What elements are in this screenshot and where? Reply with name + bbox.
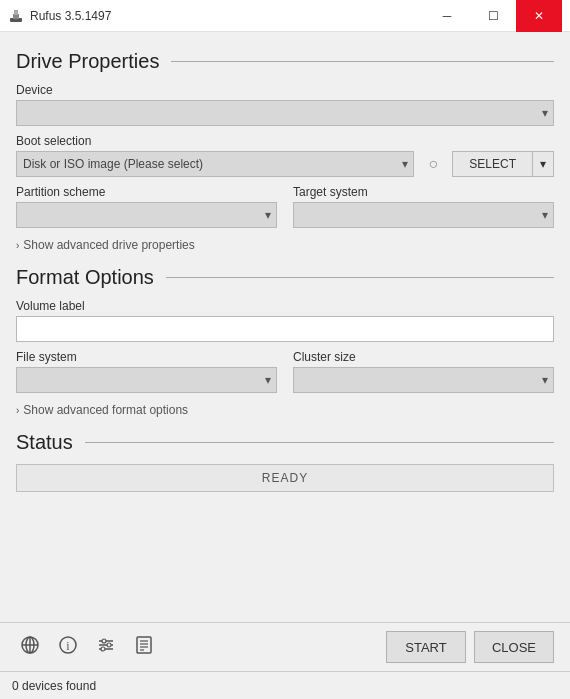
- partition-dropdown-wrapper: [16, 202, 277, 228]
- select-button[interactable]: SELECT: [452, 151, 532, 177]
- advanced-format-link[interactable]: › Show advanced format options: [16, 403, 554, 417]
- chevron-right-format-icon: ›: [16, 405, 19, 416]
- svg-point-12: [102, 639, 106, 643]
- format-options-title: Format Options: [16, 266, 154, 289]
- status-bar-container: READY: [16, 464, 554, 492]
- partition-scheme-dropdown[interactable]: [16, 202, 277, 228]
- target-system-label: Target system: [293, 185, 554, 199]
- info-button[interactable]: i: [54, 633, 82, 661]
- cluster-size-label: Cluster size: [293, 350, 554, 364]
- file-system-dropdown[interactable]: [16, 367, 277, 393]
- device-dropdown-wrapper: [16, 100, 554, 126]
- window-controls: ─ ☐ ✕: [424, 0, 562, 32]
- fs-dropdown-wrapper: [16, 367, 277, 393]
- svg-point-13: [107, 643, 111, 647]
- advanced-format-label: Show advanced format options: [23, 403, 188, 417]
- drive-properties-title: Drive Properties: [16, 50, 159, 73]
- toolbar-icons: i: [16, 633, 386, 661]
- target-system-col: Target system: [293, 177, 554, 228]
- statusbar-text: 0 devices found: [12, 679, 96, 693]
- log-icon: [134, 635, 154, 659]
- check-circle-icon: ○: [420, 151, 446, 177]
- status-header: Status: [16, 431, 554, 454]
- format-options-header: Format Options: [16, 266, 554, 289]
- boot-dropdown-wrapper: Disk or ISO image (Please select): [16, 151, 414, 177]
- svg-text:i: i: [66, 639, 70, 653]
- select-button-group: SELECT ▾: [452, 151, 554, 177]
- target-system-dropdown[interactable]: [293, 202, 554, 228]
- main-content: Drive Properties Device Boot selection D…: [0, 32, 570, 671]
- target-dropdown-wrapper: [293, 202, 554, 228]
- app-title: Rufus 3.5.1497: [30, 9, 424, 23]
- cluster-size-dropdown[interactable]: [293, 367, 554, 393]
- cluster-dropdown-wrapper: [293, 367, 554, 393]
- titlebar: Rufus 3.5.1497 ─ ☐ ✕: [0, 0, 570, 32]
- fs-cluster-row: File system Cluster size: [16, 342, 554, 393]
- partition-target-row: Partition scheme Target system: [16, 177, 554, 228]
- device-dropdown[interactable]: [16, 100, 554, 126]
- svg-point-14: [101, 647, 105, 651]
- log-button[interactable]: [130, 633, 158, 661]
- maximize-button[interactable]: ☐: [470, 0, 516, 32]
- section-divider: [171, 61, 554, 62]
- action-buttons: START CLOSE: [386, 631, 554, 663]
- partition-scheme-col: Partition scheme: [16, 177, 277, 228]
- app-icon: [8, 8, 24, 24]
- close-button[interactable]: CLOSE: [474, 631, 554, 663]
- boot-selection-label: Boot selection: [16, 134, 554, 148]
- file-system-col: File system: [16, 342, 277, 393]
- start-button[interactable]: START: [386, 631, 466, 663]
- minimize-button[interactable]: ─: [424, 0, 470, 32]
- settings-button[interactable]: [92, 633, 120, 661]
- statusbar: 0 devices found: [0, 671, 570, 699]
- advanced-drive-label: Show advanced drive properties: [23, 238, 194, 252]
- device-label: Device: [16, 83, 554, 97]
- status-section-divider: [85, 442, 554, 443]
- info-icon: i: [58, 635, 78, 659]
- format-section-divider: [166, 277, 554, 278]
- boot-selection-dropdown[interactable]: Disk or ISO image (Please select): [16, 151, 414, 177]
- window-close-button[interactable]: ✕: [516, 0, 562, 32]
- volume-label-input[interactable]: [16, 316, 554, 342]
- drive-properties-header: Drive Properties: [16, 50, 554, 73]
- volume-label-label: Volume label: [16, 299, 554, 313]
- advanced-drive-link[interactable]: › Show advanced drive properties: [16, 238, 554, 252]
- partition-scheme-label: Partition scheme: [16, 185, 277, 199]
- cluster-size-col: Cluster size: [293, 342, 554, 393]
- file-system-label: File system: [16, 350, 277, 364]
- status-title: Status: [16, 431, 73, 454]
- settings-icon: [96, 635, 116, 659]
- select-dropdown-button[interactable]: ▾: [532, 151, 554, 177]
- globe-button[interactable]: [16, 633, 44, 661]
- chevron-right-icon: ›: [16, 240, 19, 251]
- status-text: READY: [262, 471, 308, 485]
- globe-icon: [20, 635, 40, 659]
- status-bar: READY: [16, 464, 554, 492]
- boot-selection-row: Disk or ISO image (Please select) ○ SELE…: [16, 151, 554, 177]
- svg-rect-2: [14, 10, 18, 15]
- bottom-toolbar: i: [0, 622, 570, 671]
